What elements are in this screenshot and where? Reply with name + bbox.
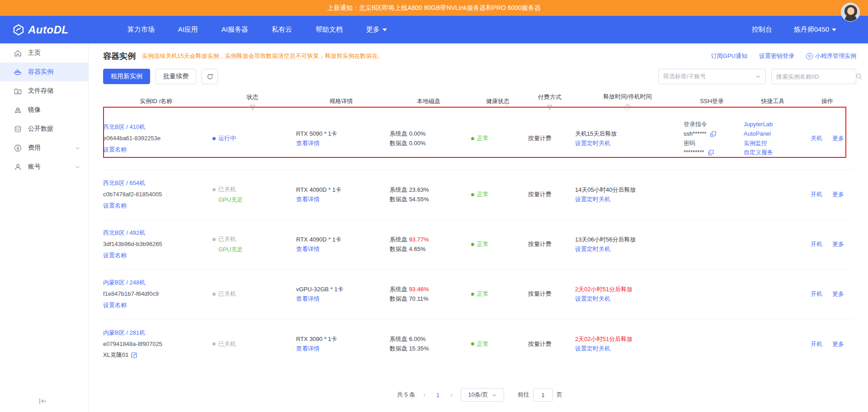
goto-page: 前往 页: [518, 388, 562, 402]
logo[interactable]: AutoDL: [13, 24, 69, 36]
timer-shutdown-link[interactable]: 设置定时关机: [575, 294, 610, 304]
timer-shutdown-link[interactable]: 设置定时关机: [575, 139, 610, 148]
set-name-link[interactable]: 设置名称: [103, 301, 127, 310]
nav-item-ai-server[interactable]: AI服务器: [222, 25, 248, 34]
sidebar-collapse-icon[interactable]: [39, 398, 47, 405]
status-cell: 已关机 GPU充足: [212, 220, 296, 269]
nav-item-market[interactable]: 算力市场: [127, 25, 155, 34]
key-login-link[interactable]: 设置密钥登录: [759, 52, 794, 60]
power-action-link[interactable]: 开机: [811, 340, 822, 349]
chevron-down-icon: [75, 165, 80, 170]
region-link[interactable]: 内蒙B区 / 248机: [103, 278, 145, 288]
search-box: [771, 69, 856, 84]
top-navbar: AutoDL 算力市场 AI应用 AI服务器 私有云 帮助文档 更多 控制台 炼…: [0, 16, 868, 43]
release-time: 2天02小时51分后释放: [575, 335, 632, 344]
jupyterlab-link[interactable]: JupyterLab: [744, 120, 773, 129]
custom-service-link[interactable]: 自定义服务: [744, 148, 773, 157]
user-icon: [14, 163, 22, 171]
instance-id: e07941848a-8f907025: [103, 340, 162, 349]
power-action-link[interactable]: 开机: [811, 289, 822, 299]
health-dot: [471, 342, 474, 346]
refresh-button[interactable]: [202, 69, 218, 84]
status-text: 已关机: [218, 235, 236, 244]
subscribe-gpu-link[interactable]: 订阅GPU通知: [711, 52, 747, 60]
col-header-instance-id: 实例ID /名称: [103, 97, 212, 106]
power-action-link[interactable]: 开机: [811, 190, 822, 199]
prev-page-button[interactable]: ‹: [421, 391, 427, 398]
more-action-link[interactable]: 更多: [832, 134, 844, 143]
page-title: 容器实例: [103, 51, 136, 62]
more-action-link[interactable]: 更多: [832, 289, 844, 299]
sidebar-item-images[interactable]: 镜像: [0, 100, 88, 119]
more-action-link[interactable]: 更多: [832, 340, 844, 349]
view-detail-link[interactable]: 查看详情: [296, 245, 320, 254]
ssh-password: *********: [684, 148, 704, 157]
tools-cell: [744, 319, 806, 369]
sidebar: 主页 容器实例 文件存储 镜像 公开数据 费用 账号: [0, 43, 89, 412]
sidebar-item-home[interactable]: 主页: [0, 43, 88, 62]
next-page-button[interactable]: ›: [448, 391, 454, 398]
avatar[interactable]: [841, 3, 860, 22]
sidebar-item-file-storage[interactable]: 文件存储: [0, 81, 88, 100]
view-detail-link[interactable]: 查看详情: [296, 139, 320, 148]
miniprogram-link[interactable]: S 小程序管理实例: [806, 52, 856, 60]
console-link[interactable]: 控制台: [752, 25, 772, 34]
more-action-link[interactable]: 更多: [832, 240, 844, 249]
health-text: 正常: [477, 340, 489, 349]
region-link[interactable]: 西北B区 / 654机: [103, 179, 145, 188]
sidebar-item-billing[interactable]: 费用: [0, 138, 88, 157]
user-menu[interactable]: 炼丹师0450: [794, 25, 836, 34]
set-name-link[interactable]: 设置名称: [103, 251, 127, 260]
status-cell: 运行中: [212, 108, 296, 170]
actions-cell: 开机 更多: [806, 220, 853, 269]
health-dot: [471, 137, 474, 140]
view-detail-link[interactable]: 查看详情: [296, 294, 320, 304]
sidebar-item-instances[interactable]: 容器实例: [0, 62, 88, 81]
health-dot: [471, 293, 474, 296]
region-link[interactable]: 内蒙B区 / 281机: [103, 328, 145, 338]
page-number[interactable]: 1: [434, 392, 442, 398]
search-input[interactable]: [776, 73, 856, 80]
view-detail-link[interactable]: 查看详情: [296, 195, 320, 204]
nav-item-more[interactable]: 更多: [366, 25, 387, 34]
page-size-select[interactable]: 10条/页: [461, 388, 504, 402]
region-link[interactable]: 西北B区 / 492机: [103, 228, 145, 238]
batch-renew-button[interactable]: 批量续费: [156, 69, 196, 84]
goto-page-input[interactable]: [533, 388, 553, 402]
health-cell: 正常: [471, 108, 528, 170]
rent-instance-button[interactable]: 租用新实例: [103, 69, 150, 84]
nav-item-private-cloud[interactable]: 私有云: [272, 25, 292, 34]
timer-shutdown-link[interactable]: 设置定时关机: [575, 245, 610, 254]
ssh-cell: [684, 170, 744, 219]
sys-disk-value: 23.63%: [409, 186, 429, 193]
set-name-link[interactable]: 设置名称: [103, 145, 127, 155]
copy-icon[interactable]: [708, 150, 714, 156]
more-action-link[interactable]: 更多: [832, 190, 844, 199]
view-detail-link[interactable]: 查看详情: [296, 344, 320, 354]
status-text: 运行中: [218, 134, 236, 143]
monitor-link[interactable]: 实例监控: [744, 139, 767, 148]
search-icon[interactable]: [856, 73, 862, 80]
autopanel-link[interactable]: AutoPanel: [744, 129, 771, 139]
edit-name-icon[interactable]: [131, 352, 137, 358]
nav-item-ai-apps[interactable]: AI应用: [178, 25, 198, 34]
power-action-link[interactable]: 关机: [811, 134, 822, 143]
set-name-link[interactable]: 设置名称: [103, 201, 127, 211]
sidebar-item-public-data[interactable]: 公开数据: [0, 119, 88, 138]
actions-cell: 开机 更多: [806, 270, 853, 319]
region-link[interactable]: 西北B区 / 410机: [103, 123, 145, 132]
main-content: 容器实例 实例连续关机15天会释放实例，实例释放会导致数据清空且不可恢复，释放前…: [89, 43, 868, 412]
database-icon: [14, 125, 22, 133]
health-dot: [471, 193, 474, 196]
sidebar-item-account[interactable]: 账号: [0, 157, 88, 176]
tag-filter-select[interactable]: 筛选标签/子账号: [658, 69, 766, 84]
nav-item-docs[interactable]: 帮助文档: [316, 25, 343, 34]
instance-row: 内蒙B区 / 248机 f1e847b1b7-f64df0c9 设置名称 已关机…: [103, 270, 853, 319]
health-text: 正常: [477, 240, 489, 249]
timer-shutdown-link[interactable]: 设置定时关机: [575, 195, 610, 204]
copy-icon[interactable]: [710, 131, 716, 137]
timer-shutdown-link[interactable]: 设置定时关机: [575, 344, 610, 354]
home-icon: [14, 49, 22, 57]
power-action-link[interactable]: 开机: [811, 240, 822, 249]
spec-cell: vGPU-32GB * 1卡 查看详情: [296, 270, 390, 319]
